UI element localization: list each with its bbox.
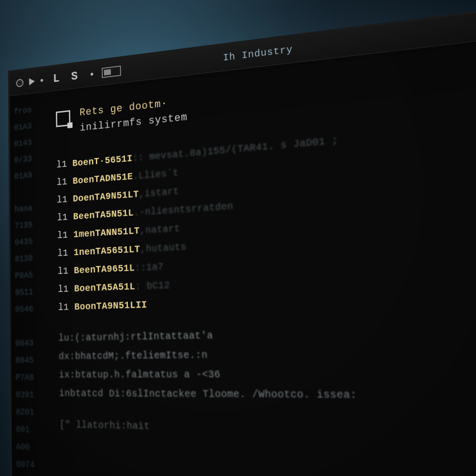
gutter-line: 0435: [15, 232, 41, 251]
gutter-line: 0143: [14, 133, 40, 152]
separator-dot: [40, 79, 43, 81]
row-key: 1nenTA5651LT: [73, 244, 140, 258]
separator-dot: [91, 73, 93, 76]
row-key: BoenTADN51E: [73, 171, 133, 187]
gutter-line: 9N14: [16, 473, 43, 476]
ls-label: L S: [53, 69, 80, 86]
record-icon[interactable]: [16, 79, 24, 87]
row-key: BoenT·5651I: [73, 153, 133, 169]
gutter-line: P8A5: [15, 266, 41, 284]
footer-block: [" llatorhi:hait: [60, 416, 476, 446]
row-key: BoonTA9N51LII: [74, 299, 147, 313]
row-prefix: l1: [56, 159, 73, 171]
gutter-line: 01A9: [14, 166, 40, 185]
row-detail: ,hutauts: [140, 241, 186, 255]
status-row: ix:btatup.h.falmtatus a -<36: [59, 363, 476, 385]
status-block: lu:(:aturnhj:rtlIntattaat'adx:bhatcdM;.f…: [59, 318, 476, 408]
status-row: inbtatcd Di:6slInctackee Tloome. /Whootc…: [59, 384, 476, 408]
line-number-gutter: froo01A301430/3301A9 hana713504358138P8A…: [10, 98, 43, 476]
terminal-output: Rets ge dootm· inilirrmfs system l1 Boen…: [39, 38, 476, 476]
row-prefix: l1: [57, 194, 73, 206]
progress-indicator-icon[interactable]: [102, 66, 121, 78]
row-key: BoenTA5A51L: [74, 281, 135, 294]
gutter-line: P7A8: [15, 369, 42, 386]
gutter-line: [14, 183, 40, 201]
row-detail: .-nliesntsrratden: [133, 200, 233, 218]
window-title: Ih Industry: [223, 44, 293, 63]
row-prefix: l1: [57, 229, 73, 241]
row-detail: ,istart: [139, 185, 179, 199]
document-icon: [56, 110, 70, 127]
gutter-line: 0546: [15, 300, 41, 318]
footer-row: [" llatorhi:hait: [60, 416, 476, 446]
gutter-line: 8138: [15, 250, 41, 268]
gutter-line: 01A3: [14, 117, 40, 136]
row-detail: .Llies´t: [133, 167, 179, 182]
gutter-line: [15, 317, 41, 335]
terminal-content[interactable]: froo01A301430/3301A9 hana713504358138P8A…: [10, 31, 476, 476]
row-key: BeenTA9651L: [74, 262, 135, 276]
row-detail: ::1a7: [135, 261, 164, 274]
gutter-line: 0/33: [14, 150, 40, 168]
gutter-line: 7135: [14, 216, 40, 234]
row-prefix: l1: [57, 212, 73, 223]
gutter-line: A00: [16, 438, 42, 456]
row-prefix: l1: [58, 302, 74, 313]
row-prefix: l1: [58, 265, 74, 277]
row-prefix: l1: [58, 283, 74, 295]
gutter-line: 0391: [16, 386, 42, 404]
gutter-line: hana: [14, 199, 40, 218]
row-detail: ,natart: [139, 223, 180, 236]
row-key: DoenTA9N51LT: [73, 189, 139, 205]
gutter-line: 0Z01: [16, 403, 42, 421]
row-key: BeenTA5N51L: [73, 207, 134, 222]
gutter-line: 9511: [15, 283, 41, 301]
boot-listing: l1 BoenT·5651I:: mevsat.8a)155/(TAR41. s…: [56, 110, 476, 317]
row-key: 1menTANN51LT: [73, 225, 140, 240]
play-icon[interactable]: [29, 77, 35, 85]
gutter-line: 0845: [15, 351, 42, 369]
row-prefix: l1: [57, 176, 73, 188]
gutter-line: froo: [14, 101, 40, 120]
row-prefix: l1: [58, 247, 74, 259]
gutter-line: 601: [16, 421, 42, 439]
terminal-window: L S Ih Industry froo01A301430/3301A9 han…: [8, 0, 476, 476]
gutter-line: 0843: [15, 334, 41, 352]
gutter-line: 0074: [16, 456, 43, 474]
row-detail: : bC12: [135, 279, 170, 292]
